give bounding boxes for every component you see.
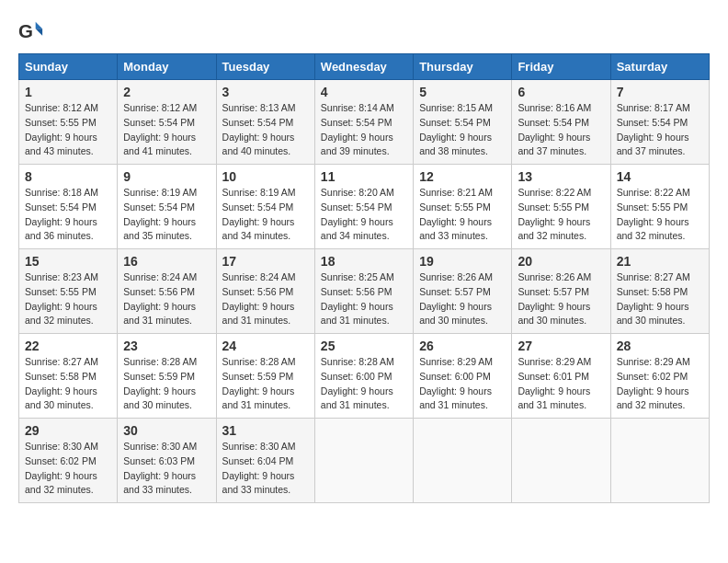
day-info: Sunrise: 8:26 AMSunset: 5:57 PMDaylight:… (518, 271, 591, 326)
day-number: 17 (222, 254, 309, 269)
empty-cell (314, 419, 413, 503)
day-info: Sunrise: 8:25 AMSunset: 5:56 PMDaylight:… (321, 271, 394, 326)
day-info: Sunrise: 8:19 AMSunset: 5:54 PMDaylight:… (123, 187, 197, 241)
calendar-day-7: 7Sunrise: 8:17 AMSunset: 5:54 PMDaylight… (610, 80, 709, 165)
day-info: Sunrise: 8:18 AMSunset: 5:54 PMDaylight:… (25, 187, 98, 241)
calendar-day-20: 20Sunrise: 8:26 AMSunset: 5:57 PMDayligh… (512, 249, 610, 334)
day-info: Sunrise: 8:13 AMSunset: 5:54 PMDaylight:… (222, 102, 296, 156)
day-number: 1 (25, 85, 111, 99)
day-number: 22 (25, 339, 111, 353)
calendar-week-1: 1Sunrise: 8:12 AMSunset: 5:55 PMDaylight… (19, 80, 710, 165)
calendar-day-6: 6Sunrise: 8:16 AMSunset: 5:54 PMDaylight… (512, 80, 610, 165)
day-number: 16 (123, 254, 210, 269)
day-number: 19 (419, 254, 506, 269)
day-info: Sunrise: 8:26 AMSunset: 5:57 PMDaylight:… (419, 271, 493, 326)
day-number: 23 (123, 339, 210, 353)
header: G (18, 18, 710, 44)
day-info: Sunrise: 8:30 AMSunset: 6:03 PMDaylight:… (123, 441, 197, 495)
calendar-day-27: 27Sunrise: 8:29 AMSunset: 6:01 PMDayligh… (512, 334, 610, 419)
calendar-day-28: 28Sunrise: 8:29 AMSunset: 6:02 PMDayligh… (610, 334, 709, 419)
calendar-day-5: 5Sunrise: 8:15 AMSunset: 5:54 PMDaylight… (414, 80, 512, 165)
calendar-table: SundayMondayTuesdayWednesdayThursdayFrid… (18, 53, 710, 503)
calendar-day-8: 8Sunrise: 8:18 AMSunset: 5:54 PMDaylight… (19, 165, 118, 249)
day-number: 27 (518, 339, 604, 353)
weekday-header-row: SundayMondayTuesdayWednesdayThursdayFrid… (19, 54, 710, 80)
day-number: 14 (617, 169, 703, 184)
day-info: Sunrise: 8:28 AMSunset: 5:59 PMDaylight:… (123, 356, 197, 410)
day-info: Sunrise: 8:23 AMSunset: 5:55 PMDaylight:… (25, 271, 98, 326)
day-number: 8 (25, 169, 111, 184)
day-info: Sunrise: 8:29 AMSunset: 6:01 PMDaylight:… (518, 356, 591, 410)
calendar-day-23: 23Sunrise: 8:28 AMSunset: 5:59 PMDayligh… (118, 334, 216, 419)
day-info: Sunrise: 8:12 AMSunset: 5:55 PMDaylight:… (25, 102, 98, 156)
day-info: Sunrise: 8:29 AMSunset: 6:02 PMDaylight:… (617, 356, 690, 410)
day-info: Sunrise: 8:22 AMSunset: 5:55 PMDaylight:… (617, 187, 690, 241)
day-info: Sunrise: 8:22 AMSunset: 5:55 PMDaylight:… (518, 187, 591, 241)
calendar-day-15: 15Sunrise: 8:23 AMSunset: 5:55 PMDayligh… (19, 249, 118, 334)
day-number: 13 (518, 169, 604, 184)
svg-marker-2 (36, 29, 42, 35)
day-info: Sunrise: 8:14 AMSunset: 5:54 PMDaylight:… (321, 102, 394, 156)
day-number: 9 (123, 169, 210, 184)
calendar-day-19: 19Sunrise: 8:26 AMSunset: 5:57 PMDayligh… (414, 249, 512, 334)
day-info: Sunrise: 8:30 AMSunset: 6:02 PMDaylight:… (25, 441, 98, 495)
calendar-day-14: 14Sunrise: 8:22 AMSunset: 5:55 PMDayligh… (610, 165, 709, 249)
page-container: G SundayMondayTuesdayWednesdayThursdayFr… (18, 18, 710, 503)
calendar-day-3: 3Sunrise: 8:13 AMSunset: 5:54 PMDaylight… (216, 80, 314, 165)
day-number: 28 (617, 339, 703, 353)
calendar-day-26: 26Sunrise: 8:29 AMSunset: 6:00 PMDayligh… (414, 334, 512, 419)
calendar-day-1: 1Sunrise: 8:12 AMSunset: 5:55 PMDaylight… (19, 80, 118, 165)
calendar-day-12: 12Sunrise: 8:21 AMSunset: 5:55 PMDayligh… (414, 165, 512, 249)
logo: G (18, 18, 48, 44)
day-info: Sunrise: 8:24 AMSunset: 5:56 PMDaylight:… (123, 271, 197, 326)
day-number: 15 (25, 254, 111, 269)
empty-cell (414, 419, 512, 503)
calendar-day-13: 13Sunrise: 8:22 AMSunset: 5:55 PMDayligh… (512, 165, 610, 249)
day-number: 26 (419, 339, 506, 353)
calendar-day-18: 18Sunrise: 8:25 AMSunset: 5:56 PMDayligh… (314, 249, 413, 334)
day-number: 25 (321, 339, 407, 353)
day-number: 18 (321, 254, 407, 269)
calendar-day-16: 16Sunrise: 8:24 AMSunset: 5:56 PMDayligh… (118, 249, 216, 334)
calendar-day-25: 25Sunrise: 8:28 AMSunset: 6:00 PMDayligh… (314, 334, 413, 419)
empty-cell (512, 419, 610, 503)
svg-text:G: G (18, 20, 33, 41)
day-info: Sunrise: 8:27 AMSunset: 5:58 PMDaylight:… (25, 356, 98, 410)
day-info: Sunrise: 8:28 AMSunset: 6:00 PMDaylight:… (321, 356, 394, 410)
day-info: Sunrise: 8:21 AMSunset: 5:55 PMDaylight:… (419, 187, 493, 241)
calendar-day-17: 17Sunrise: 8:24 AMSunset: 5:56 PMDayligh… (216, 249, 314, 334)
day-number: 30 (123, 423, 210, 438)
day-number: 4 (321, 85, 407, 99)
calendar-week-4: 22Sunrise: 8:27 AMSunset: 5:58 PMDayligh… (19, 334, 710, 419)
day-info: Sunrise: 8:15 AMSunset: 5:54 PMDaylight:… (419, 102, 493, 156)
day-number: 12 (419, 169, 506, 184)
day-info: Sunrise: 8:12 AMSunset: 5:54 PMDaylight:… (123, 102, 197, 156)
calendar-week-2: 8Sunrise: 8:18 AMSunset: 5:54 PMDaylight… (19, 165, 710, 249)
day-number: 29 (25, 423, 111, 438)
calendar-week-3: 15Sunrise: 8:23 AMSunset: 5:55 PMDayligh… (19, 249, 710, 334)
calendar-day-30: 30Sunrise: 8:30 AMSunset: 6:03 PMDayligh… (118, 419, 216, 503)
weekday-header-saturday: Saturday (610, 54, 709, 80)
calendar-day-2: 2Sunrise: 8:12 AMSunset: 5:54 PMDaylight… (118, 80, 216, 165)
calendar-day-31: 31Sunrise: 8:30 AMSunset: 6:04 PMDayligh… (216, 419, 314, 503)
day-info: Sunrise: 8:29 AMSunset: 6:00 PMDaylight:… (419, 356, 493, 410)
calendar-week-5: 29Sunrise: 8:30 AMSunset: 6:02 PMDayligh… (19, 419, 710, 503)
day-info: Sunrise: 8:16 AMSunset: 5:54 PMDaylight:… (518, 102, 591, 156)
day-info: Sunrise: 8:28 AMSunset: 5:59 PMDaylight:… (222, 356, 296, 410)
weekday-header-friday: Friday (512, 54, 610, 80)
day-number: 10 (222, 169, 309, 184)
day-number: 7 (617, 85, 703, 99)
calendar-day-24: 24Sunrise: 8:28 AMSunset: 5:59 PMDayligh… (216, 334, 314, 419)
day-number: 6 (518, 85, 604, 99)
calendar-day-11: 11Sunrise: 8:20 AMSunset: 5:54 PMDayligh… (314, 165, 413, 249)
weekday-header-tuesday: Tuesday (216, 54, 314, 80)
day-number: 21 (617, 254, 703, 269)
weekday-header-sunday: Sunday (19, 54, 118, 80)
empty-cell (610, 419, 709, 503)
calendar-day-9: 9Sunrise: 8:19 AMSunset: 5:54 PMDaylight… (118, 165, 216, 249)
calendar-day-4: 4Sunrise: 8:14 AMSunset: 5:54 PMDaylight… (314, 80, 413, 165)
day-info: Sunrise: 8:17 AMSunset: 5:54 PMDaylight:… (617, 102, 690, 156)
day-number: 5 (419, 85, 506, 99)
calendar-day-29: 29Sunrise: 8:30 AMSunset: 6:02 PMDayligh… (19, 419, 118, 503)
day-info: Sunrise: 8:24 AMSunset: 5:56 PMDaylight:… (222, 271, 296, 326)
